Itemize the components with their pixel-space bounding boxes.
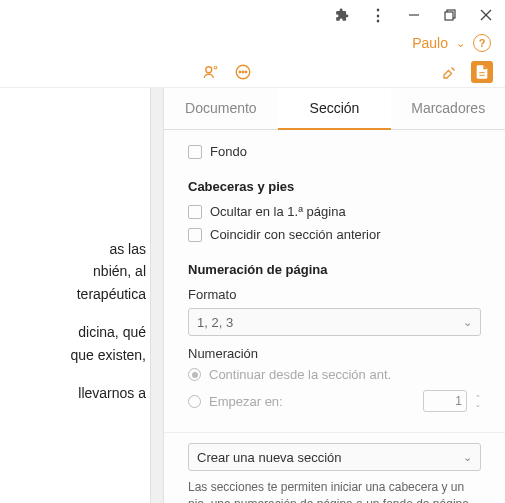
numbering-label: Numeración bbox=[188, 346, 481, 361]
inspector-panel: Documento Sección Marcadores Fondo Cabec… bbox=[164, 88, 505, 503]
close-icon[interactable] bbox=[477, 6, 495, 24]
hide-first-page-label: Ocultar en la 1.ª página bbox=[210, 204, 346, 219]
user-name[interactable]: Paulo bbox=[412, 35, 448, 51]
toolbar bbox=[0, 56, 505, 88]
extension-icon[interactable] bbox=[333, 6, 351, 24]
hide-first-page-checkbox[interactable] bbox=[188, 205, 202, 219]
svg-rect-2 bbox=[445, 12, 453, 20]
more-icon[interactable]: ⋮ bbox=[369, 6, 387, 24]
format-value: 1, 2, 3 bbox=[197, 315, 463, 330]
svg-point-11 bbox=[242, 71, 244, 73]
divider bbox=[164, 432, 505, 433]
chevron-down-icon: ⌄ bbox=[463, 316, 472, 329]
user-bar: Paulo ⌄ ? bbox=[0, 30, 505, 56]
match-previous-checkbox[interactable] bbox=[188, 228, 202, 242]
doc-fragment: llevarnos a bbox=[0, 382, 146, 404]
chevron-down-icon: ⌄ bbox=[463, 451, 472, 464]
new-section-select[interactable]: Crear una nueva sección ⌄ bbox=[188, 443, 481, 471]
vertical-scrollbar[interactable] bbox=[150, 88, 164, 503]
doc-fragment: as las nbién, al terapéutica bbox=[0, 238, 146, 305]
start-at-input[interactable]: 1 bbox=[423, 390, 467, 412]
svg-point-5 bbox=[206, 66, 212, 72]
help-icon[interactable]: ? bbox=[473, 34, 491, 52]
new-section-label: Crear una nueva sección bbox=[197, 450, 463, 465]
chevron-down-icon: ⌄ bbox=[475, 401, 481, 408]
section-help-text: Las secciones te permiten iniciar una ca… bbox=[188, 479, 481, 503]
svg-point-10 bbox=[239, 71, 241, 73]
maximize-icon[interactable] bbox=[441, 6, 459, 24]
format-panel-icon[interactable] bbox=[471, 61, 493, 83]
minimize-icon[interactable] bbox=[405, 6, 423, 24]
match-previous-label: Coincidir con sección anterior bbox=[210, 227, 381, 242]
format-brush-icon[interactable] bbox=[439, 61, 461, 83]
chevron-down-icon[interactable]: ⌄ bbox=[456, 37, 465, 50]
comment-icon[interactable] bbox=[232, 61, 254, 83]
background-checkbox[interactable] bbox=[188, 145, 202, 159]
collaborate-icon[interactable] bbox=[200, 61, 222, 83]
start-at-stepper[interactable]: ⌃⌄ bbox=[475, 394, 481, 408]
start-at-radio[interactable] bbox=[188, 395, 201, 408]
format-select[interactable]: 1, 2, 3 ⌄ bbox=[188, 308, 481, 336]
svg-point-12 bbox=[245, 71, 247, 73]
inspector-tabs: Documento Sección Marcadores bbox=[164, 88, 505, 130]
window-titlebar: ⋮ bbox=[0, 0, 505, 30]
continue-label: Continuar desde la sección ant. bbox=[209, 367, 391, 382]
tab-bookmarks[interactable]: Marcadores bbox=[391, 88, 505, 129]
tab-section[interactable]: Sección bbox=[278, 88, 392, 130]
continue-radio[interactable] bbox=[188, 368, 201, 381]
doc-fragment: dicina, qué que existen, bbox=[0, 321, 146, 366]
document-area: as las nbién, al terapéutica dicina, qué… bbox=[0, 88, 150, 503]
start-at-label: Empezar en: bbox=[209, 394, 283, 409]
tab-document[interactable]: Documento bbox=[164, 88, 278, 129]
headers-footers-title: Cabeceras y pies bbox=[188, 179, 481, 194]
page-numbering-title: Numeración de página bbox=[188, 262, 481, 277]
chevron-up-icon: ⌃ bbox=[475, 394, 481, 401]
background-label: Fondo bbox=[210, 144, 247, 159]
format-label: Formato bbox=[188, 287, 481, 302]
